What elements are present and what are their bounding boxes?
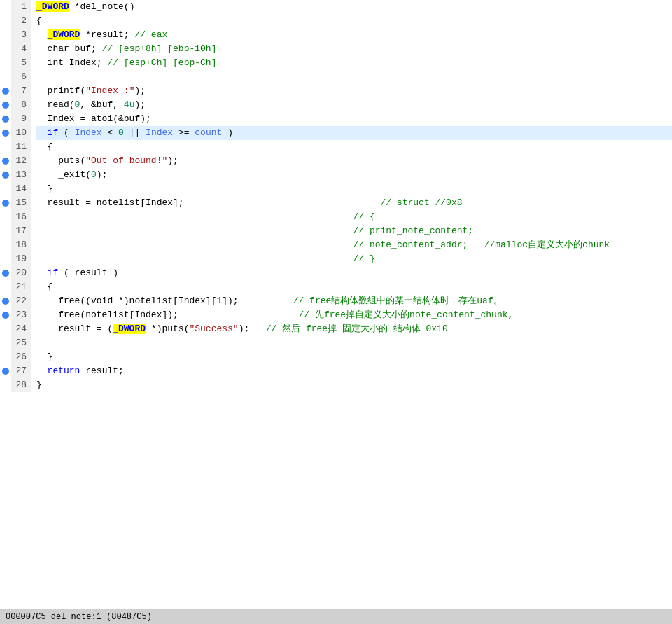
token: // [esp+8h] [ebp-10h] — [102, 43, 217, 54]
code-line: { — [36, 280, 672, 294]
breakpoint-dot[interactable] — [2, 130, 9, 137]
token: // } — [36, 254, 375, 264]
token: 4u — [124, 99, 135, 110]
gutter-row: 5 — [0, 56, 31, 70]
token — [36, 29, 48, 40]
token: ( — [58, 127, 74, 138]
token: ) — [222, 127, 233, 138]
code-line: _exit(0); — [36, 168, 672, 182]
gutter-row: 7 — [0, 84, 31, 98]
code-line: { — [36, 14, 672, 28]
code-line: result = (_DWORD *)puts("Success"); // 然… — [36, 322, 672, 336]
line-number: 3 — [11, 28, 31, 42]
line-number: 12 — [11, 154, 31, 168]
token: result; — [80, 366, 123, 376]
token: char buf; — [36, 43, 102, 54]
line-number: 26 — [11, 350, 31, 364]
gutter-row: 21 — [0, 280, 31, 294]
breakpoint-dot[interactable] — [2, 312, 9, 319]
dot-col — [0, 102, 11, 109]
status-text: 000007C5 del_note:1 (80487C5) — [6, 612, 152, 622]
token: *)puts( — [146, 324, 189, 334]
token: return — [36, 366, 80, 376]
token: Index = atoi(&buf); — [36, 113, 151, 124]
gutter-row: 18 — [0, 238, 31, 252]
token — [184, 197, 381, 208]
gutter-row: 11 — [0, 140, 31, 154]
code-line: _DWORD *del_note() — [36, 0, 672, 14]
code-line: char buf; // [esp+8h] [ebp-10h] — [36, 42, 672, 56]
code-line: // note_content_addr; //malloc自定义大小的chun… — [36, 238, 672, 252]
breakpoint-dot[interactable] — [2, 102, 9, 109]
code-line: puts("Out of bound!"); — [36, 154, 672, 168]
line-number: 21 — [11, 280, 31, 294]
token: ); — [97, 169, 108, 180]
dot-col — [0, 312, 11, 319]
token: "Success" — [189, 324, 238, 334]
line-number: 11 — [11, 140, 31, 154]
token: // struct //0x8 — [381, 197, 463, 208]
token: || — [124, 127, 146, 138]
line-number: 15 — [11, 196, 31, 210]
token: >= — [173, 127, 195, 138]
code-container: 1234567891011121314151617181920212223242… — [0, 0, 672, 609]
breakpoint-dot[interactable] — [2, 88, 9, 95]
breakpoint-dot[interactable] — [2, 368, 9, 375]
dot-col — [0, 130, 11, 137]
token: free(notelist[Index]); — [36, 310, 178, 320]
gutter-row: 26 — [0, 350, 31, 364]
breakpoint-dot[interactable] — [2, 200, 9, 207]
dot-col — [0, 158, 11, 165]
token: read( — [36, 99, 75, 110]
gutter-row: 12 — [0, 154, 31, 168]
token: if — [36, 127, 58, 138]
code-line: read(0, &buf, 4u); — [36, 98, 672, 112]
token — [249, 324, 265, 334]
breakpoint-dot[interactable] — [2, 298, 9, 305]
code-line: _DWORD *result; // eax — [36, 28, 672, 42]
code-line: return result; — [36, 364, 672, 378]
line-number: 22 — [11, 294, 31, 308]
gutter-row: 3 — [0, 28, 31, 42]
gutter-row: 6 — [0, 70, 31, 84]
code-line: // } — [36, 252, 672, 266]
dot-col — [0, 270, 11, 277]
line-number: 5 — [11, 56, 31, 70]
breakpoint-dot[interactable] — [2, 116, 9, 123]
token: "Out of bound!" — [85, 155, 167, 166]
dot-col — [0, 200, 11, 207]
code-line: free(notelist[Index]); // 先free掉自定义大小的no… — [36, 308, 672, 322]
token: _DWORD — [113, 324, 146, 334]
token: count — [195, 127, 222, 138]
code-line: Index = atoi(&buf); — [36, 112, 672, 126]
token: int Index; — [36, 57, 107, 68]
line-number: 23 — [11, 308, 31, 322]
gutter-row: 24 — [0, 322, 31, 336]
code-line: printf("Index :"); — [36, 84, 672, 98]
gutter-row: 14 — [0, 182, 31, 196]
token: if — [36, 268, 58, 278]
gutter: 1234567891011121314151617181920212223242… — [0, 0, 31, 609]
breakpoint-dot[interactable] — [2, 270, 9, 277]
token: ); — [134, 99, 146, 110]
gutter-row: 22 — [0, 294, 31, 308]
gutter-row: 19 — [0, 252, 31, 266]
gutter-row: 4 — [0, 42, 31, 56]
token: // 先free掉自定义大小的note_content_chunk, — [298, 310, 513, 320]
token: < — [102, 127, 118, 138]
token: 0 — [118, 127, 124, 138]
line-number: 9 — [11, 112, 31, 126]
token: , &buf, — [80, 99, 123, 110]
token: "Index :" — [85, 85, 134, 96]
token: *del_note() — [69, 1, 135, 12]
token: puts( — [36, 155, 85, 166]
line-number: 16 — [11, 210, 31, 224]
token: // 然后 free掉 固定大小的 结构体 0x10 — [266, 324, 448, 334]
breakpoint-dot[interactable] — [2, 158, 9, 165]
code-line: } — [36, 182, 672, 196]
line-number: 28 — [11, 378, 31, 392]
breakpoint-dot[interactable] — [2, 172, 9, 179]
token: } — [36, 352, 52, 362]
code-line: // { — [36, 210, 672, 224]
gutter-row: 10 — [0, 126, 31, 140]
